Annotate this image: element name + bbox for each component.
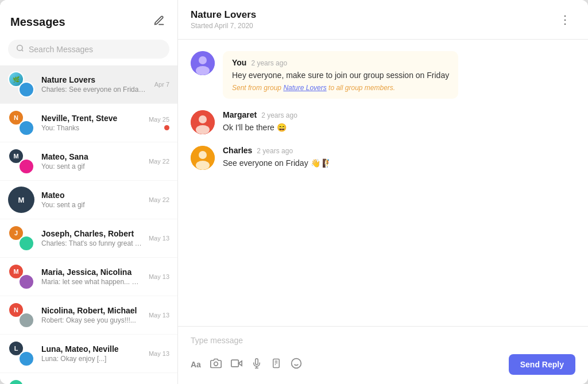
more-options-icon[interactable]: ⋮: [555, 10, 575, 29]
convo-date: May 13: [149, 312, 169, 319]
message-header: Margaret 2 years ago: [223, 110, 297, 119]
message-header: You 2 years ago: [232, 58, 449, 67]
avatar: M: [8, 148, 34, 174]
convo-meta: May 22: [149, 196, 169, 203]
svg-point-0: [17, 45, 22, 51]
convo-preview: Charles: See everyone on Friday ...: [41, 86, 148, 94]
message-content: Charles 2 years ago See everyone on Frid…: [223, 146, 332, 169]
convo-preview: Charles: That's so funny great ti...: [41, 239, 142, 247]
sidebar: Messages: [0, 0, 178, 384]
emoji-icon[interactable]: [291, 358, 302, 372]
list-item[interactable]: N Nicolina, Robert, Michael Robert: Okay…: [0, 296, 177, 335]
video-icon[interactable]: [231, 358, 242, 372]
search-icon: [16, 44, 24, 54]
svg-line-1: [22, 50, 24, 52]
convo-info: Maria, Jessica, Nicolina Maria: let see …: [41, 267, 142, 286]
unread-indicator: [164, 125, 169, 130]
convo-name: Nature Lovers: [41, 75, 148, 84]
avatar: L: [8, 340, 34, 367]
message-subtext: Sent from group Nature Lovers to all gro…: [232, 84, 449, 92]
message-sender: Charles: [223, 146, 252, 155]
message-content: Margaret 2 years ago Ok I'll be there 😄: [223, 110, 297, 134]
message-text: See everyone on Friday 👋 🧗: [223, 157, 332, 169]
convo-date: May 13: [149, 235, 169, 242]
svg-point-9: [199, 151, 207, 159]
convo-info: Mateo, Sana You: sent a gif: [41, 152, 142, 170]
convo-meta: May 22: [149, 158, 169, 165]
chat-name: Nature Lovers: [191, 9, 256, 21]
convo-date: May 13: [149, 273, 169, 280]
message-content: You 2 years ago Hey everyone, make sure …: [223, 51, 458, 99]
input-toolbar: Aa: [191, 354, 575, 375]
avatar: [191, 51, 215, 75]
list-item[interactable]: M Mateo You: sent a gif May 22: [0, 181, 177, 219]
list-item[interactable]: N Neville, Trent, Steve You: Thanks May …: [0, 104, 177, 142]
svg-rect-13: [231, 360, 239, 367]
convo-meta: May 13: [149, 235, 169, 242]
convo-info: Nicolina, Robert, Michael Robert: Okay s…: [41, 306, 142, 324]
avatar: 🌿: [8, 71, 34, 98]
attachment-icon[interactable]: [271, 358, 281, 372]
messages-area: You 2 years ago Hey everyone, make sure …: [178, 40, 588, 326]
list-item[interactable]: M Maria, Jessica, Nicolina Maria: let se…: [0, 258, 177, 296]
avatar: N: [8, 302, 34, 328]
convo-info: Nature Lovers Charles: See everyone on F…: [41, 75, 148, 94]
convo-name: Mateo: [41, 191, 142, 200]
svg-point-6: [199, 115, 207, 123]
group-link[interactable]: Nature Lovers: [283, 84, 326, 92]
search-bar: [0, 40, 177, 65]
list-item[interactable]: 🌿 Nature Lovers Charles: See everyone on…: [0, 65, 177, 104]
message-placeholder[interactable]: Type message: [191, 335, 575, 346]
sidebar-title: Messages: [10, 15, 65, 29]
convo-preview: You: sent a gif: [41, 162, 142, 170]
convo-meta: May 13: [149, 273, 169, 280]
convo-preview: Robert: Okay see you guys!!!...: [41, 316, 142, 324]
message-text: Hey everyone, make sure to join our grou…: [232, 69, 449, 82]
svg-point-4: [196, 66, 210, 75]
svg-point-11: [214, 362, 218, 366]
avatar: N: [8, 110, 34, 136]
avatar: J: [8, 225, 34, 251]
toolbar-icons: Aa: [191, 358, 302, 372]
convo-name: Maria, Jessica, Nicolina: [41, 267, 142, 277]
avatar: M: [8, 187, 34, 213]
convo-preview: You: Thanks: [41, 124, 142, 132]
message-header: Charles 2 years ago: [223, 146, 332, 155]
convo-name: Nicolina, Robert, Michael: [41, 306, 142, 315]
search-input-wrap: [8, 40, 169, 59]
list-item[interactable]: M Mateo, Sana You: sent a gif May 22: [0, 142, 177, 181]
convo-date: May 22: [149, 196, 169, 203]
list-item[interactable]: J Joseph, Charles, Robert Charles: That'…: [0, 219, 177, 258]
svg-point-20: [292, 358, 301, 368]
chat-started: Started April 7, 2020: [191, 22, 256, 30]
message-sender: Margaret: [223, 110, 257, 119]
list-item[interactable]: C Charles, Maverick, Steve You: Exciting…: [0, 373, 177, 384]
convo-info: Neville, Trent, Steve You: Thanks: [41, 114, 142, 132]
convo-name: Luna, Mateo, Neville: [41, 344, 142, 354]
message-time: 2 years ago: [261, 111, 297, 119]
font-size-icon[interactable]: Aa: [191, 360, 201, 369]
avatar: M: [8, 263, 34, 290]
svg-point-3: [199, 56, 207, 64]
send-reply-button[interactable]: Send Reply: [509, 354, 575, 375]
convo-name: Mateo, Sana: [41, 152, 142, 161]
svg-point-7: [196, 125, 210, 134]
convo-preview: Maria: let see what happen... 😕 ...: [41, 278, 142, 286]
app-container: Messages: [0, 0, 588, 384]
convo-date: May 25: [149, 116, 169, 123]
sidebar-header: Messages: [0, 0, 177, 40]
conversation-list: 🌿 Nature Lovers Charles: See everyone on…: [0, 65, 177, 384]
convo-preview: You: sent a gif: [41, 201, 142, 209]
mic-icon[interactable]: [252, 358, 262, 372]
message-text: Ok I'll be there 😄: [223, 122, 297, 134]
list-item[interactable]: L Luna, Mateo, Neville Luna: Okay enjoy …: [0, 335, 177, 373]
message-time: 2 years ago: [257, 147, 293, 155]
convo-info: Luna, Mateo, Neville Luna: Okay enjoy [.…: [41, 344, 142, 363]
chat-header-info: Nature Lovers Started April 7, 2020: [191, 9, 256, 30]
camera-icon[interactable]: [210, 358, 222, 372]
convo-name: Joseph, Charles, Robert: [41, 229, 142, 238]
search-input[interactable]: [29, 45, 161, 54]
avatar: C: [8, 379, 34, 384]
convo-preview: Luna: Okay enjoy [...]: [41, 355, 142, 363]
compose-icon[interactable]: [151, 13, 167, 32]
